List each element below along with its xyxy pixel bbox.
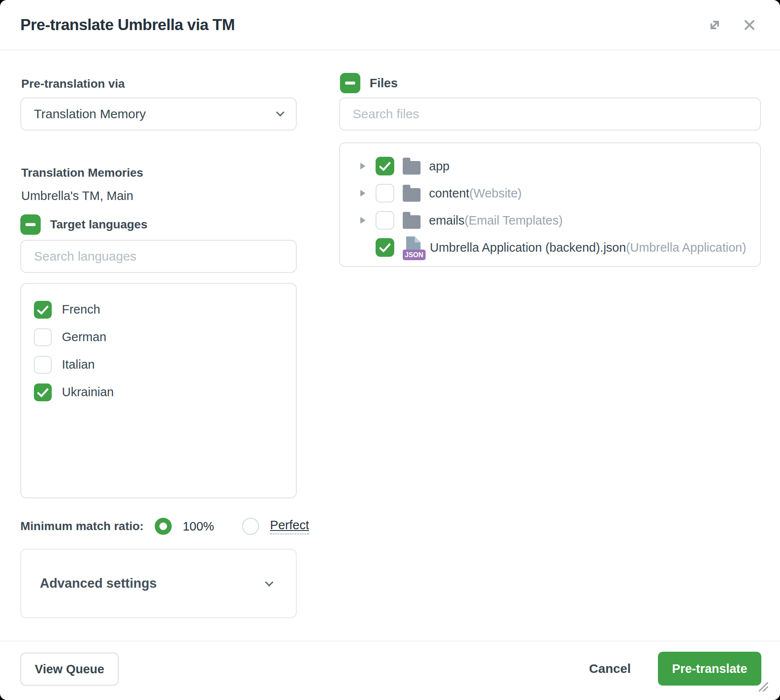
pre-translate-button[interactable]: Pre-translate — [658, 652, 761, 686]
language-row[interactable]: Italian — [34, 351, 283, 378]
dialog-header: Pre-translate Umbrella via TM — [0, 0, 780, 50]
json-file-icon: JSON — [403, 236, 422, 258]
translation-memories-value: Umbrella's TM, Main — [21, 189, 133, 203]
search-files-input[interactable] — [339, 97, 761, 131]
match-ratio-100-radio[interactable] — [155, 518, 172, 535]
pretranslation-method-select[interactable]: Translation Memory — [20, 97, 297, 131]
target-languages-header: Target languages — [20, 214, 148, 235]
files-tree: app content (Website) emails (Email Temp… — [339, 142, 761, 267]
json-badge: JSON — [403, 250, 426, 260]
expand-arrow-icon[interactable] — [360, 163, 365, 169]
tree-checkbox[interactable] — [376, 184, 394, 203]
files-label: Files — [370, 76, 398, 90]
tree-item-name: content — [429, 186, 469, 200]
pretranslation-method-value: Translation Memory — [34, 107, 146, 121]
close-icon[interactable] — [741, 17, 758, 33]
pretranslate-dialog: Pre-translate Umbrella via TM Pre-transl… — [0, 0, 780, 700]
language-label: Ukrainian — [62, 385, 114, 399]
tree-item-name: app — [429, 159, 449, 173]
tree-item-note: (Umbrella Application) — [626, 241, 747, 255]
chevron-down-icon — [276, 108, 284, 117]
cancel-button[interactable]: Cancel — [589, 661, 631, 676]
language-row[interactable]: Ukrainian — [34, 378, 283, 406]
tree-checkbox[interactable] — [376, 157, 394, 175]
language-checkbox[interactable] — [34, 328, 52, 346]
tree-row-folder[interactable]: emails (Email Templates) — [340, 207, 760, 234]
minimum-match-ratio-row: Minimum match ratio: 100% Perfect — [20, 517, 309, 536]
files-header: Files — [340, 73, 398, 93]
advanced-settings-toggle[interactable]: Advanced settings — [20, 549, 297, 618]
translation-memories-label: Translation Memories — [21, 166, 143, 180]
folder-icon — [403, 161, 421, 175]
dialog-title: Pre-translate Umbrella via TM — [20, 16, 235, 34]
match-ratio-100-label: 100% — [183, 519, 214, 533]
language-label: French — [62, 303, 100, 317]
folder-icon — [403, 215, 421, 229]
tree-checkbox[interactable] — [376, 211, 394, 230]
chevron-down-icon — [265, 578, 273, 586]
match-ratio-perfect-radio[interactable] — [242, 518, 259, 535]
tree-checkbox[interactable] — [376, 238, 394, 257]
tree-row-file[interactable]: JSON Umbrella Application (backend).json… — [340, 234, 760, 261]
language-label: Italian — [62, 358, 95, 372]
expand-icon[interactable] — [706, 17, 723, 33]
language-row[interactable]: French — [34, 296, 283, 323]
language-row[interactable]: German — [34, 323, 283, 351]
target-languages-checkbox[interactable] — [20, 214, 41, 235]
languages-list: French German Italian Ukrainian — [20, 283, 297, 498]
resize-grip[interactable] — [758, 681, 769, 694]
language-checkbox[interactable] — [34, 383, 52, 401]
tree-item-name: emails — [429, 214, 465, 228]
expand-arrow-icon[interactable] — [360, 217, 365, 224]
language-checkbox[interactable] — [34, 301, 52, 319]
tree-item-name: Umbrella Application (backend).json — [430, 241, 626, 255]
match-ratio-perfect-label[interactable]: Perfect — [270, 518, 309, 534]
language-label: German — [62, 330, 106, 344]
language-checkbox[interactable] — [34, 356, 52, 374]
view-queue-button[interactable]: View Queue — [20, 653, 119, 686]
target-languages-label: Target languages — [50, 218, 148, 231]
footer-divider — [0, 641, 780, 642]
search-languages-input[interactable] — [20, 240, 297, 273]
tree-item-note: (Email Templates) — [465, 214, 563, 228]
minimum-match-ratio-label: Minimum match ratio: — [20, 519, 144, 533]
folder-icon — [403, 188, 421, 202]
pretranslation-via-label: Pre-translation via — [21, 77, 125, 91]
files-checkbox[interactable] — [340, 73, 360, 93]
tree-row-folder[interactable]: content (Website) — [340, 180, 760, 207]
expand-arrow-icon[interactable] — [360, 190, 365, 197]
advanced-settings-label: Advanced settings — [40, 576, 157, 591]
tree-row-folder[interactable]: app — [340, 153, 760, 180]
tree-item-note: (Website) — [469, 186, 522, 200]
